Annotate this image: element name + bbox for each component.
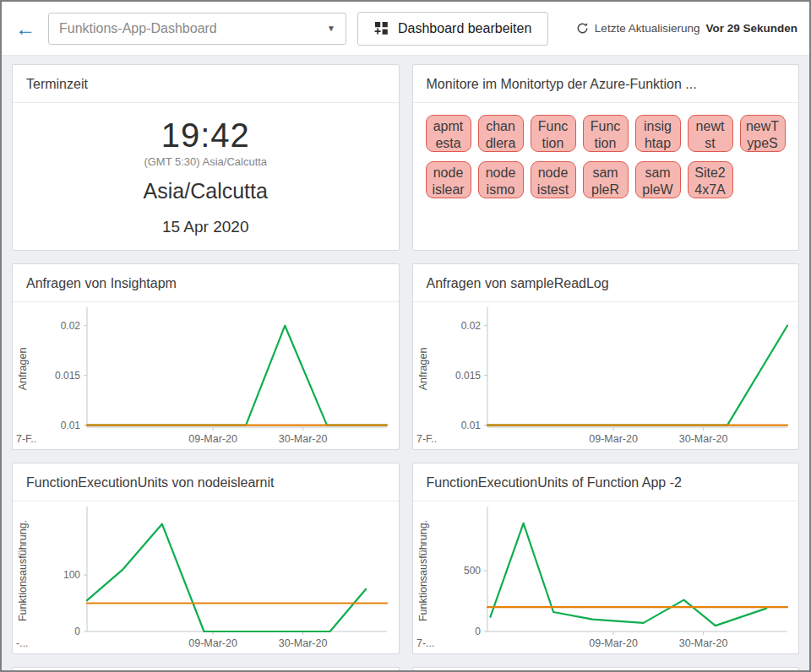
chart-title: Anfragen von Insightapm [13,264,399,302]
svg-text:7-F..: 7-F.. [16,433,36,445]
chart-title: FunctionExecutionUnits of Function App -… [413,463,799,501]
svg-text:09-Mar-20: 09-Mar-20 [589,433,638,445]
topbar: ← Funktions-App-Dashboard ▼ Dashboard be… [2,2,809,56]
monitor-badge[interactable]: newTypeS [740,115,786,152]
dashboard-select-value: Funktions-App-Dashboard [59,21,217,36]
monitor-badge[interactable]: nodeistest [531,161,576,198]
current-date: 15 Apr 2020 [13,218,399,236]
card-partial-left [12,667,400,672]
refresh-label: Letzte Aktualisierung [595,22,700,35]
svg-text:Funktionsausführung.: Funktionsausführung. [417,520,429,621]
monitor-badge[interactable]: sampleW [635,161,681,198]
chart-anfragen-samplereadlog: 0.020.0150.017-F..09-Mar-2030-Mar-20Anfr… [413,302,799,449]
chart-feu-function-app-2: 50007-...09-Mar-2030-Mar-20Funktionsausf… [413,501,799,653]
svg-text:0: 0 [74,626,80,637]
svg-text:7-F..: 7-F.. [416,433,437,445]
card-monitors-title: Monitore im Monitortyp der Azure-Funktio… [413,65,799,103]
svg-text:7-...: 7-... [416,637,435,649]
svg-text:0.02: 0.02 [61,320,81,332]
svg-text:Funktionsausführung.: Funktionsausführung. [17,520,29,621]
card-feu-function-app-2: FunctionExecutionUnits of Function App -… [412,463,800,654]
svg-text:0.01: 0.01 [460,420,481,431]
last-refresh: Letzte Aktualisierung Vor 29 Sekunden [576,22,797,35]
card-anfragen-samplereadlog: Anfragen von sampleReadLog 0.020.0150.01… [412,263,800,450]
monitor-badge[interactable]: nodeismo [478,161,524,198]
svg-text:0.02: 0.02 [460,320,481,332]
monitor-badge[interactable]: insightap [635,115,681,152]
svg-text:500: 500 [463,565,480,577]
svg-text:30-Mar-20: 30-Mar-20 [678,433,727,445]
svg-text:Anfragen: Anfragen [17,348,29,391]
dashboard-grid-plus-icon [374,21,389,35]
dashboard-grid: Terminzeit 19:42 (GMT 5:30) Asia/Calcutt… [12,64,799,672]
monitor-badge[interactable]: sampleR [583,161,629,198]
monitor-badge[interactable]: apmtesta [426,115,471,152]
monitor-badge[interactable]: Function [531,115,576,152]
card-terminzeit-title: Terminzeit [13,65,399,103]
svg-text:09-Mar-20: 09-Mar-20 [188,433,237,445]
svg-text:0.015: 0.015 [55,370,80,382]
card-feu-nodeislearnit: FunctionExecutionUnits von nodeislearnit… [12,463,400,654]
chart-title: Anfragen von sampleReadLog [413,264,799,302]
svg-text:30-Mar-20: 30-Mar-20 [279,637,328,649]
refresh-icon[interactable] [576,22,589,35]
current-time: 19:42 [13,117,399,154]
svg-text:-...: -... [16,637,29,649]
svg-text:30-Mar-20: 30-Mar-20 [678,637,727,649]
refresh-value: Vor 29 Sekunden [705,22,797,35]
chart-anfragen-insightapm: 0.020.0150.017-F..09-Mar-2030-Mar-20Anfr… [13,302,399,449]
terminzeit-body: 19:42 (GMT 5:30) Asia/Calcutta Asia/Calc… [13,103,399,236]
card-monitors: Monitore im Monitortyp der Azure-Funktio… [412,64,800,251]
chevron-down-icon: ▼ [327,24,335,33]
dashboard-window: ← Funktions-App-Dashboard ▼ Dashboard be… [0,0,811,672]
edit-dashboard-button[interactable]: Dashboard bearbeiten [357,12,548,46]
svg-text:09-Mar-20: 09-Mar-20 [589,637,638,649]
edit-dashboard-label: Dashboard bearbeiten [398,21,531,36]
monitor-badge[interactable]: newtst [688,115,733,152]
svg-text:30-Mar-20: 30-Mar-20 [279,433,328,445]
monitor-badge[interactable]: Site24x7A [688,161,733,198]
svg-text:09-Mar-20: 09-Mar-20 [188,637,237,649]
svg-text:0.015: 0.015 [454,370,480,382]
monitor-badge[interactable]: Function [583,115,629,152]
svg-text:100: 100 [63,569,80,581]
timezone-name: Asia/Calcutta [13,179,399,203]
arrow-left-icon: ← [15,17,35,40]
monitor-badge[interactable]: nodeislear [426,161,471,198]
card-terminzeit: Terminzeit 19:42 (GMT 5:30) Asia/Calcutt… [12,64,400,251]
svg-text:0.01: 0.01 [61,420,81,431]
monitor-badge[interactable]: chandlera [478,115,524,152]
svg-text:0: 0 [475,626,481,637]
timezone-detail: (GMT 5:30) Asia/Calcutta [13,155,399,168]
dashboard-select[interactable]: Funktions-App-Dashboard ▼ [48,13,346,45]
chart-feu-nodeislearnit: 1000-...09-Mar-2030-Mar-20Funktionsausfü… [13,501,399,653]
svg-text:Anfragen: Anfragen [417,348,429,391]
card-anfragen-insightapm: Anfragen von Insightapm 0.020.0150.017-F… [12,263,400,450]
monitor-badge-grid: apmtestachandleraFunctionFunctioninsight… [413,103,799,210]
card-partial-right [412,667,800,672]
back-button[interactable]: ← [14,19,37,39]
chart-title: FunctionExecutionUnits von nodeislearnit [13,463,399,501]
